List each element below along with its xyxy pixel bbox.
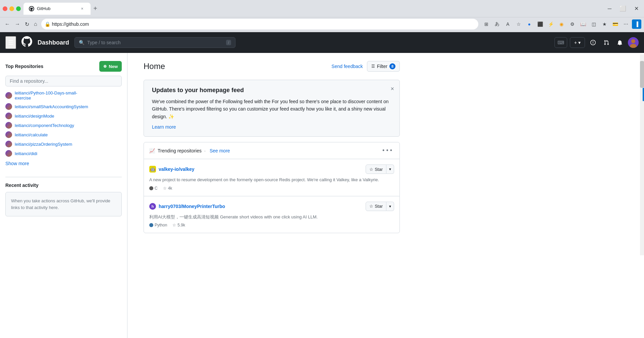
scrollbar-thumb[interactable]	[640, 61, 644, 88]
minimize-browser-button[interactable]: ─	[605, 4, 614, 13]
close-update-card-button[interactable]: ×	[390, 85, 394, 92]
forward-button[interactable]: →	[13, 19, 22, 29]
trending-chart-icon: 📈	[149, 148, 155, 153]
repo-description: A new project to resume development on t…	[149, 177, 394, 183]
sidebar-divider	[5, 177, 122, 177]
ext-more-button[interactable]: ⋯	[621, 19, 631, 29]
repo-avatar	[5, 131, 12, 138]
header-right-actions: ⌨ + ▾	[554, 37, 639, 48]
repo-description: 利用AI大模型，一键生成高清短视频 Generate short videos …	[149, 214, 394, 220]
pull-requests-button[interactable]	[601, 37, 612, 48]
vertical-scrollbar[interactable]	[640, 54, 644, 255]
repo-name[interactable]: leitianci/designMode	[15, 114, 54, 119]
new-repo-button[interactable]: ⊕ New	[99, 61, 122, 72]
restore-browser-button[interactable]: ⬜	[617, 4, 629, 13]
list-item[interactable]: leitianci/calculate	[5, 130, 122, 139]
ext-star-button[interactable]: ★	[600, 19, 609, 29]
maximize-window-button[interactable]	[16, 6, 21, 11]
home-button[interactable]: ⌂	[32, 19, 39, 29]
ext-plugin3-button[interactable]: ◉	[557, 19, 566, 29]
repo-name[interactable]: leitianci/smallSharkAccountingSystem	[15, 104, 88, 109]
repo-avatar	[5, 103, 12, 110]
ext-profile-button[interactable]: ●	[525, 19, 534, 29]
repo-card-avatar: h	[149, 203, 156, 210]
new-tab-button[interactable]: +	[91, 4, 100, 13]
ext-translate-button[interactable]: あ	[492, 19, 502, 29]
ext-plugin1-button[interactable]: ⬛	[535, 19, 545, 29]
filter-icon: ☰	[371, 64, 375, 69]
star-dropdown-button[interactable]: ▾	[386, 164, 394, 174]
back-button[interactable]: ←	[3, 19, 12, 29]
feed-header: Home Send feedback ☰ Filter 8	[144, 61, 400, 72]
tab-close-button[interactable]: ×	[79, 6, 85, 12]
repo-name[interactable]: leitianci/Python-100-Days-small-exercise	[15, 90, 77, 100]
new-repo-icon: ⊕	[103, 64, 107, 69]
trending-menu-button[interactable]: • • •	[380, 146, 394, 155]
star-button[interactable]: ☆ Star	[366, 164, 386, 174]
list-item[interactable]: leitianci/pizzaOrderingSystem	[5, 139, 122, 149]
sidebar-expand-button[interactable]: ▐	[632, 19, 641, 29]
repo-search-input[interactable]	[5, 76, 122, 86]
hamburger-menu-button[interactable]: ☰	[5, 36, 16, 49]
search-bar[interactable]: 🔍 Type / to search /	[74, 37, 235, 48]
browser-chrome: GitHub × + ─ ⬜ ✕	[0, 0, 644, 17]
send-feedback-button[interactable]: Send feedback	[331, 64, 363, 69]
notifications-wrapper	[614, 37, 625, 48]
repo-name-link[interactable]: valkey-io/valkey	[159, 166, 195, 172]
star-number: 4k	[168, 186, 172, 191]
avatar[interactable]	[628, 37, 639, 48]
active-tab[interactable]: GitHub ×	[23, 3, 91, 15]
new-item-button[interactable]: + ▾	[570, 37, 585, 48]
filter-button[interactable]: ☰ Filter 8	[367, 61, 400, 72]
list-item[interactable]: leitianci/smallSharkAccountingSystem	[5, 102, 122, 111]
repo-name[interactable]: leitianci/componentTechnology	[15, 123, 74, 128]
list-item[interactable]: leitianci/componentTechnology	[5, 121, 122, 130]
learn-more-link[interactable]: Learn more	[152, 124, 176, 130]
star-button[interactable]: ☆ Star	[366, 202, 386, 211]
lock-icon: 🔒	[45, 21, 50, 27]
issues-button[interactable]	[588, 37, 598, 48]
ext-plugin2-button[interactable]: ⚡	[546, 19, 555, 29]
sidebar: Top Repositories ⊕ New leitianci/Python-…	[0, 53, 127, 338]
issues-wrapper	[588, 37, 598, 48]
refresh-button[interactable]: ↻	[23, 19, 31, 29]
star-button-group: ☆ Star ▾	[366, 164, 394, 174]
repo-name[interactable]: leitianci/pizzaOrderingSystem	[15, 142, 72, 147]
terminal-button[interactable]: ⌨	[554, 37, 567, 48]
ext-wallet-button[interactable]: 💳	[610, 19, 620, 29]
ext-favorites-button[interactable]: ☆	[514, 19, 523, 29]
star-label: Star	[375, 167, 383, 172]
close-browser-button[interactable]: ✕	[632, 4, 641, 13]
close-window-button[interactable]	[3, 6, 7, 11]
ext-plugin4-button[interactable]: ⚙	[568, 19, 577, 29]
ext-grid-button[interactable]: ⊞	[482, 19, 491, 29]
github-dashboard-label[interactable]: Dashboard	[38, 39, 69, 46]
github-logo[interactable]	[21, 36, 32, 49]
show-more-button[interactable]: Show more	[5, 158, 29, 169]
repo-card-title: 🤖 valkey-io/valkey	[149, 166, 195, 173]
repo-avatar	[5, 150, 12, 157]
list-item[interactable]: leitianci/designMode	[5, 111, 122, 121]
star-dropdown-button[interactable]: ▾	[386, 202, 394, 211]
ext-reader-button[interactable]: 📖	[578, 19, 588, 29]
ext-sidebar-button[interactable]: ◫	[589, 19, 598, 29]
address-input[interactable]	[41, 19, 478, 29]
ext-read-button[interactable]: A	[503, 19, 513, 29]
repo-name[interactable]: leitianci/didi	[15, 151, 37, 156]
trending-card: 📈 Trending repositories · See more • • •…	[144, 142, 400, 233]
list-item[interactable]: leitianci/Python-100-Days-small-exercise	[5, 89, 122, 102]
repo-meta: Python ☆ 5.9k	[149, 223, 394, 227]
recent-activity-title: Recent activity	[5, 183, 122, 188]
list-item[interactable]: leitianci/didi	[5, 149, 122, 158]
svg-point-1	[631, 39, 635, 43]
notifications-button[interactable]	[614, 37, 625, 48]
update-card: × Updates to your homepage feed We've co…	[144, 80, 400, 137]
repo-avatar	[5, 113, 12, 119]
address-wrapper: 🔒	[41, 19, 478, 29]
minimize-window-button[interactable]	[9, 6, 14, 11]
repo-name[interactable]: leitianci/calculate	[15, 132, 48, 137]
feed-actions: Send feedback ☰ Filter 8	[331, 61, 400, 72]
top-repositories-section: Top Repositories ⊕ New leitianci/Python-…	[5, 61, 122, 169]
see-more-link[interactable]: See more	[210, 148, 230, 153]
repo-name-link[interactable]: harry0703/MoneyPrinterTurbo	[159, 204, 225, 209]
